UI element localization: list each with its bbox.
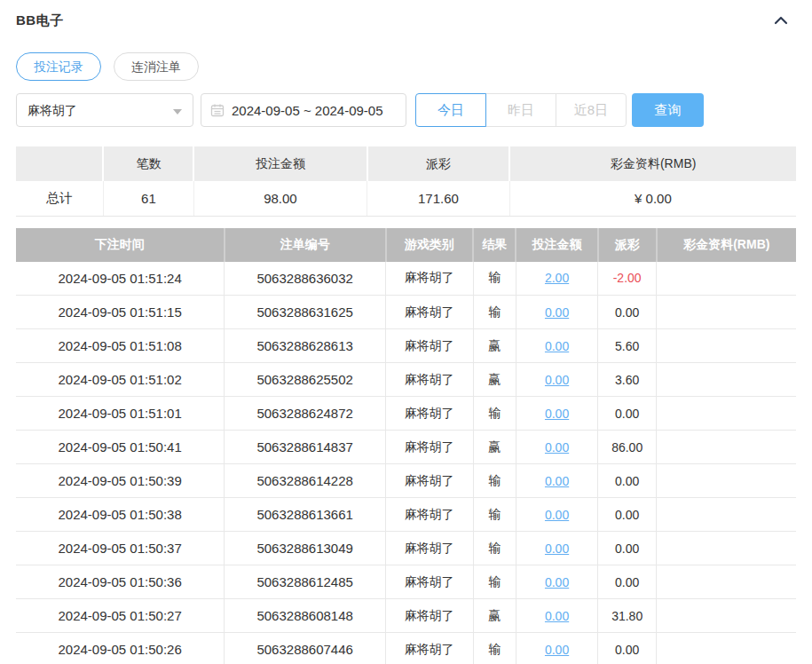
- order-id-cell: 5063288613049: [225, 532, 386, 565]
- payout-cell: 0.00: [598, 633, 657, 664]
- order-id-cell: 5063288628613: [225, 329, 386, 363]
- table-row: 2024-09-05 01:50:39 5063288614228 麻将胡了 输…: [16, 464, 796, 498]
- bet-amount-link[interactable]: 0.00: [545, 373, 569, 387]
- tab-cancelled-orders[interactable]: 连消注单: [114, 52, 199, 81]
- bet-amount-link[interactable]: 0.00: [545, 407, 569, 421]
- bet-time-cell: 2024-09-05 01:50:37: [16, 532, 225, 565]
- bet-amount-link[interactable]: 0.00: [545, 474, 569, 488]
- bet-amount-cell: 0.00: [516, 329, 597, 363]
- records-col-order-id: 注单编号: [225, 228, 386, 262]
- summary-total-label: 总计: [16, 181, 103, 216]
- order-id-cell: 5063288614837: [225, 431, 386, 464]
- result-cell: 输: [473, 397, 516, 431]
- table-row: 2024-09-05 01:50:41 5063288614837 麻将胡了 赢…: [16, 431, 796, 464]
- summary-col-payout: 派彩: [367, 146, 510, 181]
- result-cell: 输: [473, 296, 516, 329]
- bet-records-panel: BB电子 投注记录 连消注单 麻将胡了: [0, 0, 812, 664]
- bet-amount-link[interactable]: 0.00: [545, 339, 569, 353]
- order-id-cell: 5063288624872: [225, 397, 386, 431]
- payout-cell: -2.00: [598, 262, 657, 296]
- bet-amount-link[interactable]: 0.00: [545, 575, 569, 589]
- payout-cell: 0.00: [598, 498, 657, 532]
- date-range-input[interactable]: 2024-09-05 ~ 2024-09-05: [201, 93, 406, 127]
- payout-cell: 3.60: [598, 363, 657, 397]
- payout-cell: 0.00: [598, 464, 657, 498]
- payout-cell: 0.00: [598, 565, 657, 599]
- game-type-cell: 麻将胡了: [386, 532, 473, 565]
- game-type-cell: 麻将胡了: [386, 464, 473, 498]
- result-cell: 输: [473, 262, 516, 296]
- bet-amount-cell: 0.00: [516, 296, 597, 329]
- order-id-cell: 5063288613661: [225, 498, 386, 532]
- quick-range-today-button[interactable]: 今日: [415, 93, 486, 127]
- summary-col-count: 笔数: [103, 146, 193, 181]
- records-col-payout: 派彩: [598, 228, 657, 262]
- bet-amount-cell: 0.00: [516, 633, 597, 664]
- jackpot-cell: [657, 633, 796, 664]
- tab-bet-records[interactable]: 投注记录: [16, 52, 101, 81]
- panel-header: BB电子: [16, 12, 796, 30]
- bet-amount-link[interactable]: 0.00: [545, 440, 569, 455]
- chevron-up-icon: [773, 14, 789, 29]
- records-col-game-type: 游戏类别: [386, 228, 473, 262]
- summary-col-jackpot: 彩金资料(RMB): [509, 146, 796, 181]
- quick-range-group: 今日 昨日 近8日: [415, 93, 627, 127]
- bet-time-cell: 2024-09-05 01:50:38: [16, 498, 225, 532]
- result-cell: 赢: [473, 431, 516, 464]
- summary-total-count: 61: [103, 181, 193, 216]
- summary-col-blank: [16, 146, 103, 181]
- jackpot-cell: [657, 431, 796, 464]
- result-cell: 输: [473, 532, 516, 565]
- jackpot-cell: [657, 262, 796, 296]
- jackpot-cell: [657, 397, 796, 431]
- summary-col-bet-amount: 投注金额: [193, 146, 367, 181]
- bet-amount-link[interactable]: 0.00: [545, 643, 569, 657]
- game-type-cell: 麻将胡了: [386, 363, 473, 397]
- result-cell: 赢: [473, 599, 516, 633]
- table-row: 2024-09-05 01:51:08 5063288628613 麻将胡了 赢…: [16, 329, 796, 363]
- quick-range-last8days-button[interactable]: 近8日: [556, 93, 627, 127]
- game-select-value: 麻将胡了: [28, 103, 77, 117]
- bet-amount-cell: 0.00: [516, 464, 597, 498]
- records-col-jackpot: 彩金资料(RMB): [657, 228, 796, 262]
- jackpot-cell: [657, 532, 796, 565]
- result-cell: 输: [473, 498, 516, 532]
- game-type-cell: 麻将胡了: [386, 296, 473, 329]
- records-col-bet-amount: 投注金额: [516, 228, 597, 262]
- bet-amount-cell: 0.00: [516, 498, 597, 532]
- order-id-cell: 5063288636032: [225, 262, 386, 296]
- summary-total-jackpot: ¥ 0.00: [509, 181, 796, 216]
- bet-amount-cell: 0.00: [516, 431, 597, 464]
- bet-amount-cell: 2.00: [516, 262, 597, 296]
- game-type-cell: 麻将胡了: [386, 431, 473, 464]
- order-id-cell: 5063288614228: [225, 464, 386, 498]
- bet-time-cell: 2024-09-05 01:51:24: [16, 262, 225, 296]
- bet-time-cell: 2024-09-05 01:50:27: [16, 599, 225, 633]
- query-button[interactable]: 查询: [632, 93, 704, 127]
- bet-amount-link[interactable]: 0.00: [545, 609, 569, 623]
- result-cell: 输: [473, 464, 516, 498]
- order-id-cell: 5063288625502: [225, 363, 386, 397]
- jackpot-cell: [657, 363, 796, 397]
- collapse-panel-button[interactable]: [773, 14, 789, 30]
- bet-time-cell: 2024-09-05 01:51:08: [16, 329, 225, 363]
- bet-amount-link[interactable]: 2.00: [545, 271, 569, 285]
- bet-time-cell: 2024-09-05 01:50:41: [16, 431, 225, 464]
- table-row: 2024-09-05 01:50:27 5063288608148 麻将胡了 赢…: [16, 599, 796, 633]
- jackpot-cell: [657, 464, 796, 498]
- table-row: 2024-09-05 01:51:24 5063288636032 麻将胡了 输…: [16, 262, 796, 296]
- result-cell: 输: [473, 633, 516, 664]
- table-row: 2024-09-05 01:50:37 5063288613049 麻将胡了 输…: [16, 532, 796, 565]
- bet-time-cell: 2024-09-05 01:50:39: [16, 464, 225, 498]
- records-col-result: 结果: [473, 228, 516, 262]
- game-select[interactable]: 麻将胡了: [16, 93, 193, 127]
- payout-cell: 0.00: [598, 532, 657, 565]
- result-cell: 输: [473, 565, 516, 599]
- bet-amount-link[interactable]: 0.00: [545, 305, 569, 320]
- bet-amount-link[interactable]: 0.00: [545, 541, 569, 556]
- bet-time-cell: 2024-09-05 01:50:36: [16, 565, 225, 599]
- bet-amount-link[interactable]: 0.00: [545, 508, 569, 522]
- quick-range-yesterday-button[interactable]: 昨日: [485, 93, 556, 127]
- payout-cell: 31.80: [598, 599, 657, 633]
- jackpot-cell: [657, 498, 796, 532]
